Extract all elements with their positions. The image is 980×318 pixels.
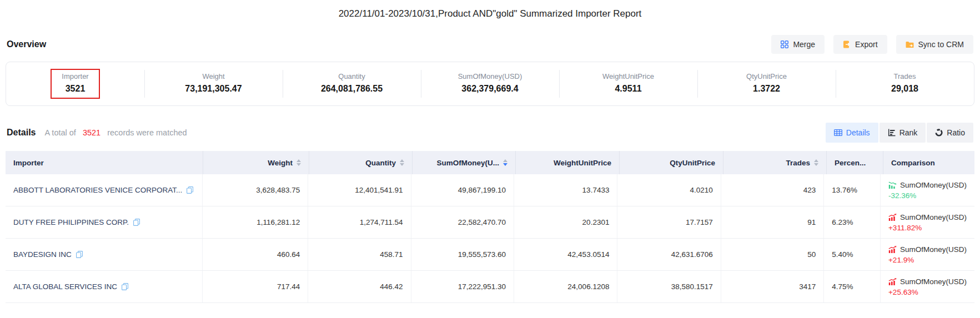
trades-cell: 50 — [721, 239, 823, 270]
trend-up-chart-icon — [888, 246, 897, 253]
comparison-cell: SumOfMoney(USD) +311.82% — [880, 206, 974, 238]
comparison-metric: SumOfMoney(USD) — [900, 245, 967, 254]
weight-unit-price-cell: 13.7433 — [514, 174, 617, 206]
stat-label: QtyUnitPrice — [746, 72, 787, 80]
stat-value: 264,081,786.55 — [321, 84, 383, 94]
trend-up-chart-icon — [888, 214, 897, 221]
stat-value: 3521 — [66, 84, 86, 94]
sort-icon[interactable] — [296, 159, 301, 166]
sync-to-crm-button-label: Sync to CRM — [918, 40, 964, 49]
weight-cell: 717.44 — [202, 271, 308, 302]
toolbar: Merge Export Sync to CRM — [771, 35, 973, 54]
overview-heading: Overview — [7, 39, 46, 49]
column-header-quantity[interactable]: Quantity — [309, 151, 412, 174]
copy-button[interactable] — [76, 251, 83, 258]
qty-unit-price-cell: 42,631.6706 — [617, 239, 720, 270]
column-header-percent: Percen... — [826, 151, 883, 174]
tab-rank-label: Rank — [899, 128, 918, 137]
sort-icon[interactable] — [400, 159, 404, 166]
weight-unit-price-cell: 24,006.1208 — [514, 271, 617, 302]
importer-name-link[interactable]: ALTA GLOBAL SERVICES INC — [13, 282, 117, 291]
matched-suffix: records were matched — [107, 128, 187, 137]
column-header-weight-unit-price: WeightUnitPrice — [515, 151, 619, 174]
column-header-qty-unit-price: QtyUnitPrice — [619, 151, 723, 174]
percent-cell: 4.75% — [823, 271, 880, 302]
column-header-comparison: Comparison — [883, 151, 974, 174]
comparison-cell: SumOfMoney(USD) +21.9% — [880, 239, 974, 270]
weight-unit-price-cell: 20.2301 — [514, 206, 617, 238]
sort-icon-active-desc[interactable] — [503, 159, 507, 166]
copy-button[interactable] — [133, 219, 140, 226]
sum-cell: 17,222,951.30 — [411, 271, 514, 302]
merge-button[interactable]: Merge — [771, 35, 825, 54]
stat-value: 1.3722 — [753, 84, 780, 94]
ratio-pie-icon — [935, 129, 943, 137]
sync-to-crm-button[interactable]: Sync to CRM — [896, 35, 973, 54]
quantity-cell: 1,274,711.54 — [308, 206, 410, 238]
stat-value: 4.9511 — [615, 84, 641, 94]
copy-button[interactable] — [187, 186, 193, 194]
comparison-change: +25.63% — [888, 288, 918, 296]
copy-button[interactable] — [122, 283, 128, 290]
table-header-row: Importer Weight Quantity SumOfMoney(U...… — [6, 151, 974, 174]
trades-cell: 3417 — [721, 271, 823, 302]
stat-value: 362,379,669.4 — [461, 84, 518, 94]
comparison-metric: SumOfMoney(USD) — [900, 277, 967, 286]
export-icon — [843, 41, 851, 48]
importer-name-link[interactable]: ABBOTT LABORATORIES VENICE CORPORAT... — [13, 186, 182, 194]
tab-rank[interactable]: Rank — [880, 123, 926, 143]
export-button[interactable]: Export — [833, 35, 887, 54]
weight-unit-price-cell: 42,453.0514 — [514, 239, 617, 270]
sum-cell: 19,555,573.60 — [411, 239, 514, 270]
sum-cell: 49,867,199.10 — [411, 174, 514, 206]
stat-weight-unit-price: WeightUnitPrice 4.9511 — [559, 62, 697, 105]
stat-label: Weight — [202, 72, 224, 80]
stat-label: WeightUnitPrice — [602, 72, 654, 80]
comparison-change: -32.36% — [888, 191, 916, 200]
view-tabs: Details Rank Ratio — [826, 123, 973, 143]
matched-count: 3521 — [83, 128, 100, 137]
qty-unit-price-cell: 17.7157 — [617, 206, 720, 238]
column-header-importer: Importer — [6, 151, 203, 174]
table-row: ALTA GLOBAL SERVICES INC 717.44 446.42 1… — [6, 271, 974, 303]
copy-icon — [76, 251, 83, 258]
details-header-row: Details A total of3521records were match… — [7, 123, 973, 143]
sort-icon[interactable] — [814, 159, 818, 166]
column-header-weight[interactable]: Weight — [203, 151, 309, 174]
comparison-metric: SumOfMoney(USD) — [900, 181, 967, 189]
qty-unit-price-cell: 38,580.1517 — [617, 271, 720, 302]
trades-cell: 91 — [721, 206, 823, 238]
percent-cell: 5.40% — [823, 239, 880, 270]
importer-name-link[interactable]: BAYDESIGN INC — [13, 250, 72, 259]
stat-weight: Weight 73,191,305.47 — [144, 62, 283, 105]
importer-cell: ALTA GLOBAL SERVICES INC — [6, 271, 202, 302]
sum-cell: 22,582,470.70 — [411, 206, 514, 238]
comparison-cell: SumOfMoney(USD) -32.36% — [880, 174, 974, 206]
tab-ratio[interactable]: Ratio — [927, 123, 973, 143]
red-annotation-box: Importer 3521 — [51, 69, 99, 99]
importer-cell: ABBOTT LABORATORIES VENICE CORPORAT... — [6, 174, 202, 206]
stat-label: Trades — [894, 72, 916, 80]
sync-folder-icon — [906, 41, 914, 48]
quantity-cell: 446.42 — [308, 271, 410, 302]
stat-label: SumOfMoney(USD) — [458, 72, 522, 80]
page-title: 2022/11/01-2023/10/31,Product AND"gold" … — [0, 0, 980, 19]
stat-value: 73,191,305.47 — [185, 84, 242, 94]
stat-label: Importer — [62, 72, 88, 80]
tab-ratio-label: Ratio — [947, 128, 965, 137]
stat-sum-of-money: SumOfMoney(USD) 362,379,669.4 — [421, 62, 559, 105]
column-header-sum-of-money[interactable]: SumOfMoney(U... — [412, 151, 515, 174]
stat-value: 29,018 — [891, 84, 918, 94]
importer-cell: BAYDESIGN INC — [6, 239, 202, 270]
table-grid-icon — [834, 129, 842, 136]
comparison-cell: SumOfMoney(USD) +25.63% — [880, 271, 974, 302]
importer-name-link[interactable]: DUTY FREE PHILIPPINES CORP. — [13, 218, 129, 226]
matched-prefix: A total of — [44, 128, 76, 137]
copy-icon — [122, 283, 128, 290]
details-heading: Details — [7, 128, 36, 138]
stat-importer: Importer 3521 — [6, 62, 144, 105]
importer-table: Importer Weight Quantity SumOfMoney(U...… — [6, 151, 974, 303]
comparison-change: +311.82% — [888, 224, 922, 232]
tab-details[interactable]: Details — [826, 123, 878, 143]
column-header-trades[interactable]: Trades — [723, 151, 826, 174]
